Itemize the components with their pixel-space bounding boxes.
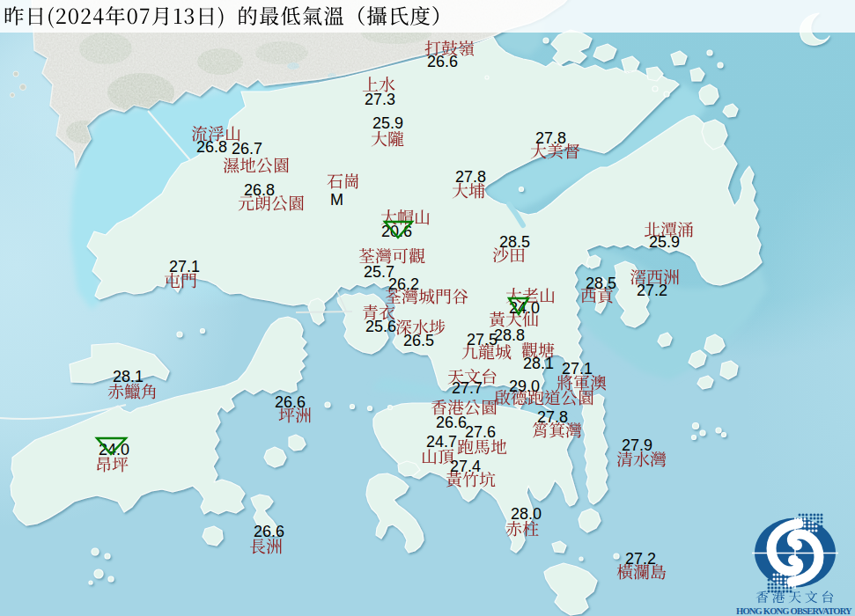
svg-text:27.3: 27.3 bbox=[365, 91, 395, 108]
svg-text:27.8: 27.8 bbox=[537, 408, 568, 426]
svg-text:28.5: 28.5 bbox=[586, 275, 616, 292]
svg-text:26.6: 26.6 bbox=[275, 393, 306, 411]
svg-text:27.2: 27.2 bbox=[625, 550, 656, 568]
svg-text:27.1: 27.1 bbox=[562, 360, 593, 378]
svg-text:27.8: 27.8 bbox=[455, 168, 486, 186]
svg-text:27.6: 27.6 bbox=[465, 423, 496, 441]
svg-text:26.6: 26.6 bbox=[427, 53, 458, 70]
svg-text:28.1: 28.1 bbox=[523, 355, 554, 372]
svg-text:27.5: 27.5 bbox=[467, 331, 498, 348]
svg-text:25.9: 25.9 bbox=[372, 114, 403, 132]
svg-text:27.8: 27.8 bbox=[535, 129, 566, 147]
svg-text:26.6: 26.6 bbox=[436, 414, 467, 431]
svg-text:26.7: 26.7 bbox=[232, 140, 262, 158]
svg-text:28.5: 28.5 bbox=[499, 233, 530, 251]
svg-text:26.5: 26.5 bbox=[403, 332, 434, 349]
svg-text:27.7: 27.7 bbox=[452, 379, 483, 397]
svg-text:25.6: 25.6 bbox=[365, 318, 396, 335]
svg-text:M: M bbox=[330, 191, 343, 209]
svg-text:26.8: 26.8 bbox=[196, 138, 227, 156]
svg-text:26.6: 26.6 bbox=[254, 523, 284, 540]
svg-text:27.4: 27.4 bbox=[450, 458, 481, 475]
svg-text:24.7: 24.7 bbox=[426, 433, 457, 451]
svg-text:26.8: 26.8 bbox=[244, 181, 275, 199]
svg-text:29.0: 29.0 bbox=[509, 378, 540, 395]
svg-text:24.0: 24.0 bbox=[509, 299, 540, 317]
svg-text:28.8: 28.8 bbox=[494, 326, 525, 344]
svg-text:28.1: 28.1 bbox=[113, 368, 144, 385]
svg-text:HONG KONG OBSERVATORY: HONG KONG OBSERVATORY bbox=[736, 606, 852, 616]
svg-text:28.0: 28.0 bbox=[511, 505, 542, 523]
svg-text:27.2: 27.2 bbox=[637, 282, 667, 299]
svg-text:25.9: 25.9 bbox=[649, 233, 680, 251]
svg-text:27.9: 27.9 bbox=[622, 436, 652, 454]
svg-text:26.2: 26.2 bbox=[388, 275, 419, 293]
svg-text:27.1: 27.1 bbox=[169, 258, 200, 275]
